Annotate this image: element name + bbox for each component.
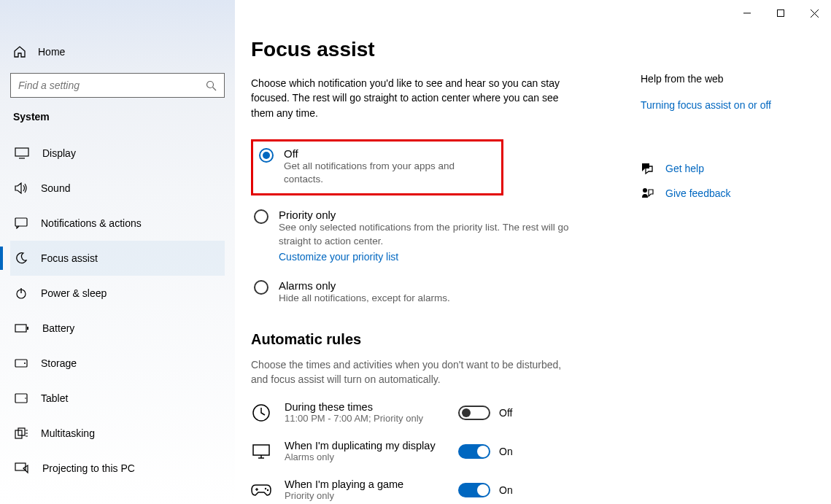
page-description: Choose which notification you'd like to … [251, 76, 572, 120]
svg-rect-6 [15, 148, 28, 156]
automatic-rules-desc: Choose the times and activities when you… [251, 358, 572, 387]
rule-toggle-label: On [499, 446, 513, 457]
radio-indicator [254, 280, 268, 295]
rule-toggle[interactable] [458, 406, 490, 420]
nav-label: Projecting to this PC [42, 462, 135, 474]
rule-playing-game[interactable]: When I'm playing a game Priority only On [251, 478, 831, 501]
nav-label: Sound [41, 182, 70, 194]
nav-display[interactable]: Display [10, 136, 225, 171]
nav-label: Notifications & actions [41, 217, 142, 229]
nav-label: Display [42, 147, 76, 159]
help-header: Help from the web [641, 73, 823, 85]
rule-title: When I'm duplicating my display [285, 440, 445, 451]
rule-title: During these times [285, 401, 445, 413]
nav-label: Power & sleep [41, 287, 107, 299]
automatic-rules-header: Automatic rules [251, 331, 831, 348]
svg-point-14 [24, 363, 26, 364]
nav-battery[interactable]: Battery [10, 311, 225, 346]
rule-toggle-label: On [499, 484, 513, 496]
nav-home[interactable]: Home [10, 39, 225, 64]
nav-label: Battery [42, 322, 74, 334]
svg-rect-11 [15, 325, 26, 332]
notifications-icon [15, 217, 28, 229]
monitor-icon [251, 443, 271, 460]
rule-toggle-label: Off [499, 407, 512, 419]
svg-rect-24 [253, 445, 269, 455]
svg-rect-8 [15, 218, 27, 226]
multitasking-icon [15, 427, 28, 439]
storage-icon [15, 359, 28, 368]
power-icon [15, 287, 28, 300]
feedback-icon [641, 187, 654, 200]
rule-sub: Alarms only [285, 451, 445, 462]
rule-toggle[interactable] [458, 483, 490, 497]
sidebar-section-label: System [10, 111, 225, 123]
svg-point-16 [25, 398, 26, 399]
radio-priority-only[interactable]: Priority only See only selected notifica… [251, 204, 601, 267]
help-link-focus-assist[interactable]: Turning focus assist on or off [641, 99, 823, 111]
svg-point-28 [267, 489, 268, 490]
customize-priority-link[interactable]: Customize your priority list [279, 251, 398, 263]
clock-icon [251, 403, 271, 422]
nav-focus-assist[interactable]: Focus assist [10, 241, 225, 276]
svg-point-27 [265, 487, 266, 489]
radio-priority-title: Priority only [279, 209, 585, 221]
nav-storage[interactable]: Storage [10, 346, 225, 381]
rule-toggle[interactable] [458, 444, 490, 459]
radio-priority-sub: See only selected notifications from the… [279, 221, 585, 247]
nav-label: Storage [41, 357, 77, 369]
nav-label: Focus assist [41, 252, 98, 264]
nav-label: Multitasking [41, 427, 95, 439]
tablet-icon [15, 393, 28, 403]
nav-projecting[interactable]: Projecting to this PC [10, 451, 225, 486]
radio-alarms-sub: Hide all notifications, except for alarm… [279, 292, 450, 305]
display-icon [15, 147, 29, 159]
search-icon [206, 80, 217, 91]
radio-indicator [259, 148, 274, 163]
rule-sub: 11:00 PM - 7:00 AM; Priority only [285, 413, 445, 424]
get-help-link[interactable]: Get help [641, 162, 823, 175]
svg-point-4 [207, 81, 214, 88]
svg-rect-12 [27, 327, 28, 330]
nav-home-label: Home [38, 46, 65, 58]
search-input-wrapper[interactable] [10, 73, 225, 98]
page-title: Focus assist [251, 38, 831, 61]
sidebar: Home System Display Sound Notifications … [0, 0, 235, 504]
projecting-icon [15, 462, 29, 474]
get-help-label: Get help [665, 163, 704, 174]
give-feedback-label: Give feedback [665, 187, 731, 199]
nav-sound[interactable]: Sound [10, 171, 225, 206]
svg-line-5 [213, 87, 217, 90]
help-panel: Help from the web Turning focus assist o… [641, 73, 823, 212]
rule-title: When I'm playing a game [285, 478, 445, 490]
focus-mode-radio-group: Off Get all notifications from your apps… [251, 139, 601, 309]
battery-icon [15, 324, 29, 333]
rule-duplicating-display[interactable]: When I'm duplicating my display Alarms o… [251, 440, 831, 462]
nav-tablet[interactable]: Tablet [10, 381, 225, 416]
radio-alarms-only[interactable]: Alarms only Hide all notifications, exce… [251, 275, 601, 309]
home-icon [13, 45, 26, 58]
nav-power-sleep[interactable]: Power & sleep [10, 276, 225, 311]
nav-notifications[interactable]: Notifications & actions [10, 206, 225, 241]
radio-off-title: Off [284, 147, 492, 160]
radio-indicator [254, 209, 268, 224]
nav-label: Tablet [41, 392, 68, 404]
search-input[interactable] [18, 80, 193, 91]
nav-multitasking[interactable]: Multitasking [10, 416, 225, 451]
radio-off-sub: Get all notifications from your apps and… [284, 160, 492, 186]
sound-icon [15, 182, 28, 194]
radio-alarms-title: Alarms only [279, 279, 450, 292]
give-feedback-link[interactable]: Give feedback [641, 187, 823, 200]
svg-point-31 [643, 188, 647, 193]
radio-off[interactable]: Off Get all notifications from your apps… [251, 139, 503, 195]
rule-during-times[interactable]: During these times 11:00 PM - 7:00 AM; P… [251, 401, 831, 424]
help-chat-icon [641, 162, 654, 175]
rule-sub: Priority only [285, 490, 445, 501]
gamepad-icon [251, 484, 271, 497]
moon-icon [15, 252, 28, 265]
